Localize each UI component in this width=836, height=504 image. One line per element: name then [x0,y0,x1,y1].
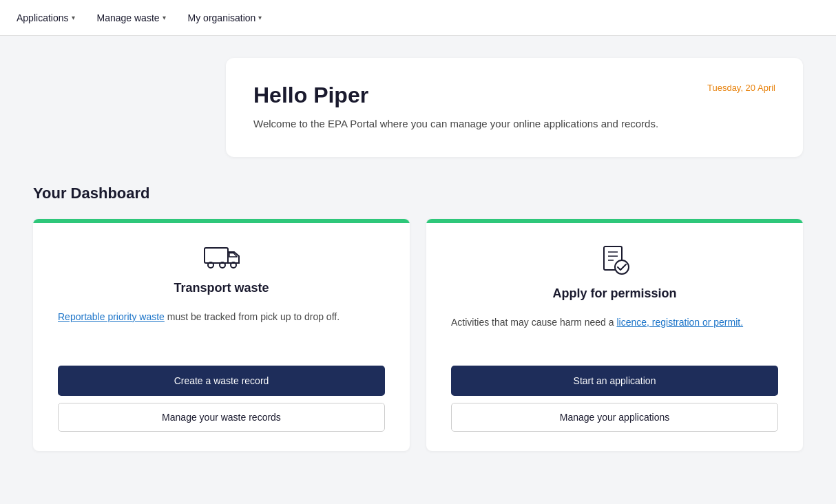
licence-registration-permit-link[interactable]: licence, registration or permit. [616,317,743,328]
nav-item-manage-waste[interactable]: Manage waste ▾ [97,12,166,23]
reportable-priority-waste-link[interactable]: Reportable priority waste [58,311,165,322]
apply-permission-description: Activities that may cause harm need a li… [451,315,778,330]
dashboard-section: Your Dashboard [33,185,803,451]
transport-waste-title: Transport waste [174,281,269,295]
date-highlight: April [757,83,775,93]
greeting-heading: Hello Piper [253,83,775,108]
nav-label-my-organisation: My organisation [188,12,256,23]
permission-card-actions: Start an application Manage your applica… [426,352,803,451]
chevron-down-icon: ▾ [72,14,75,21]
nav-item-applications[interactable]: Applications ▾ [17,12,75,23]
apply-permission-title: Apply for permission [552,286,676,301]
welcome-card: Tuesday, 20 April Hello Piper Welcome to… [226,58,803,157]
svg-rect-0 [205,248,228,263]
manage-waste-records-button[interactable]: Manage your waste records [58,403,385,432]
chevron-down-icon: ▾ [163,14,166,21]
transport-waste-card: Transport waste Reportable priority wast… [33,219,410,451]
transport-waste-description: Reportable priority waste must be tracke… [58,309,385,324]
nav-label-manage-waste: Manage waste [97,12,160,23]
card-body-permission: Apply for permission Activities that may… [426,223,803,352]
nav-item-my-organisation[interactable]: My organisation ▾ [188,12,262,23]
dashboard-title: Your Dashboard [33,185,803,202]
welcome-description: Welcome to the EPA Portal where you can … [253,116,775,132]
main-content: Tuesday, 20 April Hello Piper Welcome to… [0,36,836,473]
apply-permission-card: Apply for permission Activities that may… [426,219,803,451]
permission-description-pre: Activities that may cause harm need a [451,317,616,328]
start-application-button[interactable]: Start an application [451,366,778,396]
transport-description-text: must be tracked from pick up to drop off… [165,311,339,322]
cards-grid: Transport waste Reportable priority wast… [33,219,803,451]
nav-label-applications: Applications [17,12,69,23]
main-nav: Applications ▾ Manage waste ▾ My organis… [0,0,836,36]
create-waste-record-button[interactable]: Create a waste record [58,366,385,396]
truck-icon [204,245,240,270]
chevron-down-icon: ▾ [258,14,262,21]
document-check-icon [600,245,630,275]
welcome-date: Tuesday, 20 April [707,83,775,93]
transport-card-actions: Create a waste record Manage your waste … [33,352,410,451]
card-body-transport: Transport waste Reportable priority wast… [33,223,410,352]
manage-applications-button[interactable]: Manage your applications [451,403,778,432]
